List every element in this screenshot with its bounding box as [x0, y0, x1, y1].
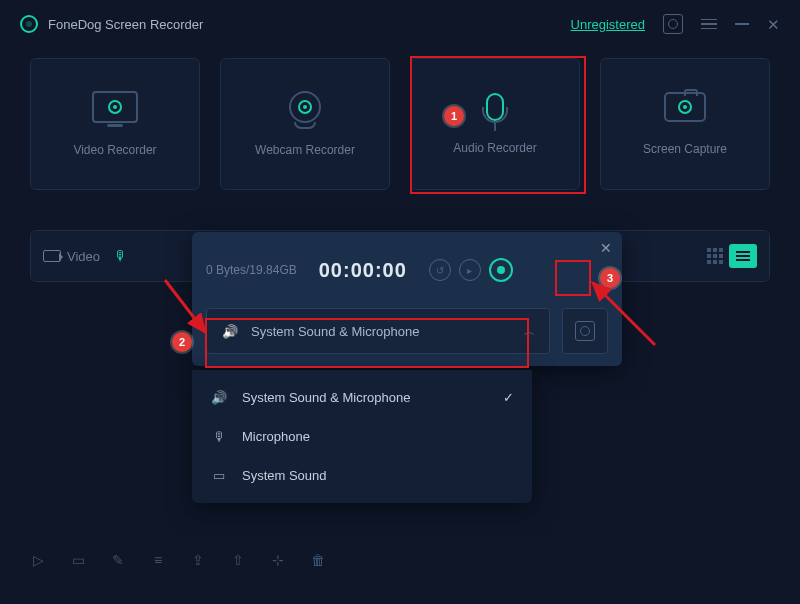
annotation-badge-3: 3	[600, 268, 620, 288]
check-icon: ✓	[503, 390, 514, 405]
minimize-icon[interactable]	[735, 23, 749, 25]
mic-icon: 🎙	[210, 429, 228, 444]
chevron-up-icon: ︿	[524, 324, 535, 339]
storage-text: 0 Bytes/19.84GB	[206, 263, 297, 277]
audio-source-select[interactable]: System Sound & Microphone ︿	[206, 308, 550, 354]
microphone-icon	[486, 93, 504, 121]
option-system-sound[interactable]: ▭ System Sound	[192, 456, 532, 495]
export-button[interactable]: ⇪	[190, 552, 206, 568]
audio-source-dropdown: 🔊 System Sound & Microphone ✓ 🎙 Micropho…	[192, 370, 532, 503]
webcam-icon	[289, 91, 321, 123]
app-logo-icon	[20, 15, 38, 33]
option-label: System Sound & Microphone	[242, 390, 410, 405]
view-toggle	[701, 244, 757, 268]
speaker-icon: 🔊	[210, 390, 228, 405]
app-title: FoneDog Screen Recorder	[48, 17, 203, 32]
audio-settings-button[interactable]	[562, 308, 608, 354]
mode-cards: Video Recorder Webcam Recorder Audio Rec…	[0, 48, 800, 190]
close-icon[interactable]: ✕	[767, 17, 780, 32]
delete-button[interactable]: 🗑	[310, 552, 326, 568]
grid-view-button[interactable]	[701, 244, 729, 268]
titlebar: FoneDog Screen Recorder Unregistered ✕	[0, 0, 800, 48]
list-view-button[interactable]	[729, 244, 757, 268]
audio-recorder-label: Audio Recorder	[453, 141, 536, 155]
video-camera-icon	[43, 250, 61, 262]
edit-button[interactable]: ✎	[110, 552, 126, 568]
webcam-recorder-label: Webcam Recorder	[255, 143, 355, 157]
option-label: Microphone	[242, 429, 310, 444]
video-recorder-card[interactable]: Video Recorder	[30, 58, 200, 190]
audio-recorder-panel: ✕ 0 Bytes/19.84GB 00:00:00 ↺ ▸ System So…	[192, 232, 622, 366]
play-button[interactable]: ▷	[30, 552, 46, 568]
audio-source-selected: System Sound & Microphone	[251, 324, 419, 339]
folder-button[interactable]: ▭	[70, 552, 86, 568]
panel-close-icon[interactable]: ✕	[600, 240, 612, 256]
menu-icon[interactable]	[701, 19, 717, 30]
system-sound-icon: ▭	[210, 468, 228, 483]
annotation-badge-2: 2	[172, 332, 192, 352]
adjust-button[interactable]: ≡	[150, 552, 166, 568]
play-preview-button[interactable]: ▸	[459, 259, 481, 281]
record-button[interactable]	[489, 258, 513, 282]
webcam-recorder-card[interactable]: Webcam Recorder	[220, 58, 390, 190]
video-filter-label: Video	[67, 249, 100, 264]
option-microphone[interactable]: 🎙 Microphone	[192, 417, 532, 456]
monitor-icon	[92, 91, 138, 123]
camera-icon	[664, 92, 706, 122]
split-button[interactable]: ⊹	[270, 552, 286, 568]
grid-icon	[707, 248, 723, 264]
option-label: System Sound	[242, 468, 327, 483]
screen-capture-label: Screen Capture	[643, 142, 727, 156]
speaker-icon	[221, 324, 239, 339]
settings-icon[interactable]	[663, 14, 683, 34]
option-system-and-mic[interactable]: 🔊 System Sound & Microphone ✓	[192, 378, 532, 417]
undo-button[interactable]: ↺	[429, 259, 451, 281]
unregistered-link[interactable]: Unregistered	[571, 17, 645, 32]
annotation-badge-1: 1	[444, 106, 464, 126]
audio-filter-button[interactable]: 🎙	[114, 248, 128, 264]
timer-text: 00:00:00	[319, 259, 407, 282]
video-filter-button[interactable]: Video	[43, 249, 100, 264]
mic-small-icon: 🎙	[114, 248, 128, 264]
gear-icon	[575, 321, 595, 341]
screen-capture-card[interactable]: Screen Capture	[600, 58, 770, 190]
share-button[interactable]: ⇧	[230, 552, 246, 568]
audio-recorder-card[interactable]: Audio Recorder	[410, 58, 580, 190]
bottom-action-bar: ▷ ▭ ✎ ≡ ⇪ ⇧ ⊹ 🗑	[30, 540, 770, 580]
video-recorder-label: Video Recorder	[73, 143, 156, 157]
list-icon	[736, 251, 750, 261]
